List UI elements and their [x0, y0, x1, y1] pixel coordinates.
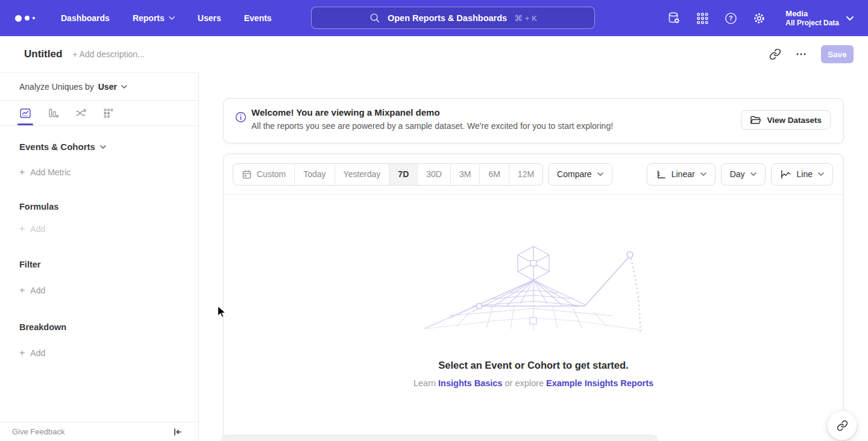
date-custom[interactable]: Custom	[233, 164, 294, 185]
search-shortcut: ⌘ + K	[514, 13, 537, 23]
add-formula-button[interactable]: +Add	[19, 224, 198, 234]
share-link-fab[interactable]	[827, 410, 857, 440]
empty-state: Select an Event or Cohort to get started…	[224, 245, 843, 388]
report-toolbar: Custom Today Yesterday 7D 30D 3M 6M 12M …	[224, 154, 843, 195]
date-yesterday[interactable]: Yesterday	[335, 164, 389, 185]
collapse-sidebar-icon[interactable]	[173, 428, 183, 436]
add-breakdown-button[interactable]: +Add	[19, 348, 198, 358]
selected-tab-underline	[17, 124, 33, 125]
sidebar-footer: Give Feedback	[0, 422, 198, 441]
insights-basics-link[interactable]: Insights Basics	[438, 378, 502, 388]
main-content: Welcome! You are viewing a Mixpanel demo…	[199, 72, 868, 441]
section-breakdown: Breakdown	[19, 322, 198, 332]
interval-selector[interactable]: Day	[721, 163, 766, 186]
add-filter-button[interactable]: +Add	[19, 285, 198, 296]
chart-type-selector[interactable]: Line	[771, 163, 833, 186]
insights-report-card: Custom Today Yesterday 7D 30D 3M 6M 12M …	[223, 154, 844, 441]
tab-flow-chart[interactable]	[75, 107, 87, 119]
date-range-control: Custom Today Yesterday 7D 30D 3M 6M 12M	[233, 163, 543, 186]
copy-link-icon[interactable]	[769, 48, 781, 60]
date-3m[interactable]: 3M	[450, 164, 479, 185]
tab-bar-chart[interactable]	[47, 107, 59, 119]
link-icon	[837, 420, 848, 431]
breakdown-table-peek	[221, 434, 658, 441]
date-6m[interactable]: 6M	[479, 164, 508, 185]
add-metric-button[interactable]: +Add Metric	[19, 167, 198, 178]
tab-metric-grid[interactable]	[102, 107, 115, 119]
top-navbar: Dashboards Reports Users Events Open Rep…	[0, 0, 868, 36]
nav-events[interactable]: Events	[244, 13, 272, 23]
empty-state-title: Select an Event or Cohort to get started…	[224, 360, 843, 371]
search-placeholder: Open Reports & Dashboards	[388, 13, 507, 23]
nav-dashboards[interactable]: Dashboards	[61, 13, 110, 23]
apps-grid-icon[interactable]	[696, 11, 709, 25]
chevron-down-icon	[750, 172, 756, 176]
chevron-down-icon	[818, 172, 824, 176]
calendar-icon	[242, 169, 252, 180]
date-12m[interactable]: 12M	[509, 164, 542, 185]
primary-nav: Dashboards Reports Users Events	[61, 13, 272, 23]
more-options-icon[interactable]	[796, 49, 807, 60]
welcome-banner: Welcome! You are viewing a Mixpanel demo…	[223, 98, 844, 143]
date-30d[interactable]: 30D	[417, 164, 450, 185]
chevron-down-icon	[169, 16, 175, 20]
axis-icon	[656, 169, 666, 180]
analyze-selector[interactable]: User	[98, 82, 117, 92]
project-scope: All Project Data	[785, 19, 839, 28]
add-description-field[interactable]: + Add description...	[72, 49, 144, 59]
view-datasets-button[interactable]: View Datasets	[741, 110, 831, 130]
analyze-row: Analyze Uniques by User	[0, 73, 198, 101]
chevron-down-icon	[700, 172, 706, 176]
section-filter: Filter	[19, 260, 198, 269]
chevron-down-icon[interactable]	[121, 85, 127, 89]
give-feedback-link[interactable]: Give Feedback	[12, 427, 64, 436]
search-icon	[369, 12, 380, 23]
help-icon[interactable]: ?	[724, 11, 738, 25]
empty-state-illustration	[419, 245, 648, 338]
empty-state-subtitle: Learn Insights Basics or explore Example…	[224, 378, 843, 388]
chevron-down-icon	[597, 172, 603, 176]
data-management-icon[interactable]	[667, 11, 681, 25]
report-header: Untitled + Add description... Save	[0, 36, 868, 72]
report-title[interactable]: Untitled	[24, 48, 62, 60]
date-7d[interactable]: 7D	[389, 164, 417, 185]
scale-selector[interactable]: Linear	[647, 163, 715, 186]
banner-title: Welcome! You are viewing a Mixpanel demo	[251, 106, 613, 119]
example-insights-reports-link[interactable]: Example Insights Reports	[546, 378, 653, 388]
chevron-down-icon	[100, 145, 106, 149]
chart-type-tabs	[0, 101, 198, 126]
query-builder-sidebar: Analyze Uniques by User	[0, 72, 199, 441]
info-icon	[235, 111, 247, 123]
nav-users[interactable]: Users	[198, 13, 221, 23]
tab-line-chart[interactable]	[19, 107, 31, 119]
global-search[interactable]: Open Reports & Dashboards ⌘ + K	[311, 7, 595, 29]
mixpanel-logo[interactable]	[15, 15, 39, 22]
line-chart-icon	[780, 169, 791, 180]
settings-gear-icon[interactable]	[752, 11, 766, 25]
section-formulas: Formulas	[19, 202, 198, 211]
section-events-cohorts[interactable]: Events & Cohorts	[19, 142, 198, 152]
nav-reports[interactable]: Reports	[133, 13, 175, 23]
analyze-label: Analyze Uniques by	[19, 82, 94, 92]
folder-icon	[750, 115, 761, 125]
banner-subtitle: All the reports you see are powered by a…	[251, 119, 613, 133]
compare-button[interactable]: Compare	[548, 163, 612, 186]
save-button[interactable]: Save	[821, 45, 854, 63]
date-today[interactable]: Today	[294, 164, 334, 185]
chevron-down-icon	[846, 16, 854, 20]
svg-text:?: ?	[729, 14, 733, 22]
project-name: Media	[785, 9, 839, 19]
project-switcher[interactable]: Media All Project Data	[785, 9, 854, 28]
